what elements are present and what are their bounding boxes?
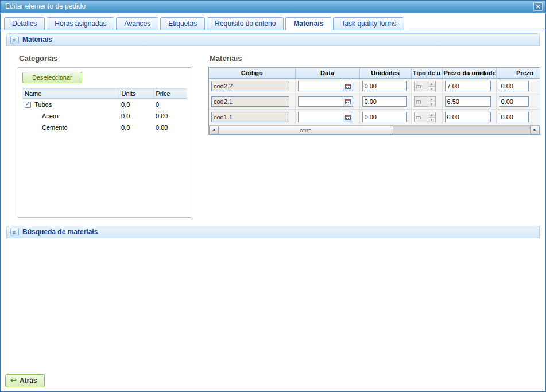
tab-task-quality-forms[interactable]: Task quality forms — [333, 17, 404, 30]
units-value: 0.0 — [119, 99, 153, 111]
col-prezo-da-unidade[interactable]: Prezo da unidade — [442, 68, 496, 79]
tab-bar: Detalles Horas asignadas Avances Etiquet… — [1, 13, 545, 30]
spinner-buttons: ▲ ▼ — [428, 81, 436, 91]
materials-panel-header[interactable]: » Materiais — [6, 33, 540, 46]
scrollbar-thumb[interactable] — [218, 126, 393, 134]
unidades-input[interactable] — [362, 96, 407, 107]
prezo-da-unidade-input[interactable] — [445, 81, 491, 91]
codigo-input[interactable] — [211, 96, 289, 107]
dialog-title: Editar elemento de pedido — [1, 1, 545, 13]
tipo-unidade-spinner: ▲ ▼ — [414, 81, 436, 91]
chevron-down-icon: » — [11, 38, 19, 41]
tipo-unidade-input — [414, 81, 428, 91]
date-input[interactable] — [298, 112, 343, 122]
categories-box: Deseleccionar Name Units Price — [18, 67, 191, 218]
tab-requisito-do-criterio[interactable]: Requisito do criterio — [207, 17, 284, 30]
col-data[interactable]: Data — [295, 68, 359, 79]
calendar-icon[interactable] — [343, 96, 353, 107]
materials-panel-body: Categorías Deseleccionar Name Units Pric… — [6, 46, 540, 223]
spinner-buttons: ▲ ▼ — [428, 112, 436, 122]
scrollbar-grip — [300, 129, 311, 132]
col-name[interactable]: Name — [22, 89, 119, 99]
spinner-up-icon: ▲ — [428, 81, 435, 87]
col-tipo-de-unidade[interactable]: Tipo de u — [411, 68, 442, 79]
prezo-input[interactable] — [499, 112, 529, 122]
search-materials-panel-title: Búsqueda de materiais — [22, 228, 98, 236]
scrollbar-track[interactable] — [218, 126, 530, 134]
date-input[interactable] — [298, 96, 343, 107]
tree-row-tubos[interactable]: ✓Tubos 0.0 0 — [22, 99, 187, 111]
codigo-input[interactable] — [211, 81, 289, 91]
calendar-glyph — [345, 115, 351, 120]
materials-table: Código Data Unidades Tipo de u Prezo da … — [209, 68, 540, 125]
categories-table: Name Units Price ✓Tubos — [22, 88, 187, 133]
search-materials-panel-header[interactable]: » Búsqueda de materiais — [6, 226, 540, 238]
tab-materiais[interactable]: Materiais — [285, 17, 331, 30]
col-unidades[interactable]: Unidades — [359, 68, 411, 79]
checkbox-checked-icon[interactable]: ✓ — [25, 102, 31, 108]
tab-horas-asignadas[interactable]: Horas asignadas — [47, 17, 114, 30]
tree-row-acero[interactable]: Acero 0.0 0.00 — [22, 110, 187, 122]
col-codigo[interactable]: Código — [209, 68, 295, 79]
price-value: 0.00 — [153, 122, 187, 133]
spinner-up-icon: ▲ — [428, 112, 435, 118]
edit-order-dialog: Editar elemento de pedido × Detalles Hor… — [0, 0, 546, 392]
date-input[interactable] — [298, 81, 343, 91]
prezo-da-unidade-input[interactable] — [445, 96, 491, 107]
materials-panel-title: Materiais — [22, 36, 52, 44]
prezo-input[interactable] — [499, 81, 529, 91]
categories-section: Categorías Deseleccionar Name Units Pric… — [18, 51, 196, 218]
materials-grid: Código Data Unidades Tipo de u Prezo da … — [208, 67, 540, 135]
units-value: 0.0 — [119, 122, 153, 133]
tipo-unidade-input — [414, 112, 428, 122]
col-units[interactable]: Units — [119, 89, 153, 99]
material-row: ▲ ▼ — [209, 79, 540, 94]
tree-row-cemento[interactable]: Cemento 0.0 0.00 — [22, 122, 187, 133]
horizontal-scrollbar[interactable]: ◄ ► — [209, 125, 540, 134]
dialog-titlebar: Editar elemento de pedido × — [1, 1, 545, 13]
scroll-left-icon[interactable]: ◄ — [209, 126, 218, 134]
prezo-da-unidade-input[interactable] — [445, 112, 491, 122]
back-arrow-icon: ↩ — [10, 377, 17, 384]
tab-detalles[interactable]: Detalles — [4, 17, 45, 30]
col-price[interactable]: Price — [153, 89, 187, 99]
tab-panel-materiais: » Materiais Categorías Deseleccionar Nam… — [3, 30, 543, 390]
collapse-icon[interactable]: » — [10, 228, 19, 236]
spinner-buttons: ▲ ▼ — [428, 96, 436, 107]
calendar-icon[interactable] — [343, 112, 353, 122]
unidades-input[interactable] — [362, 81, 407, 91]
tipo-unidade-spinner: ▲ ▼ — [414, 112, 436, 122]
tree-node-label: Tubos — [34, 101, 52, 108]
tab-etiquetas[interactable]: Etiquetas — [160, 17, 205, 30]
deselect-button[interactable]: Deseleccionar — [22, 72, 82, 83]
calendar-glyph — [345, 99, 351, 104]
close-icon[interactable]: × — [533, 2, 543, 11]
materials-panel: » Materiais Categorías Deseleccionar Nam… — [6, 33, 540, 223]
spinner-down-icon: ▼ — [428, 87, 435, 91]
spinner-down-icon: ▼ — [428, 102, 435, 107]
tab-avances[interactable]: Avances — [116, 17, 158, 30]
calendar-icon[interactable] — [343, 81, 353, 91]
materials-grid-title: Materiais — [210, 54, 540, 63]
chevron-down-icon: » — [11, 230, 19, 234]
tree-node-label: Acero — [42, 112, 59, 119]
date-field — [298, 96, 353, 107]
tipo-unidade-input — [414, 96, 428, 107]
price-value: 0.00 — [153, 110, 187, 122]
materials-grid-section: Materiais Código — [208, 51, 540, 135]
collapse-icon[interactable]: » — [10, 36, 19, 44]
categories-title: Categorías — [19, 54, 196, 63]
materials-header-row: Código Data Unidades Tipo de u Prezo da … — [209, 68, 540, 79]
price-value: 0 — [153, 99, 187, 111]
back-button-label: Atrás — [20, 377, 37, 385]
material-row: ▲ ▼ — [209, 94, 540, 110]
scroll-right-icon[interactable]: ► — [530, 126, 540, 134]
search-materials-panel: » Búsqueda de materiais — [6, 226, 540, 238]
unidades-input[interactable] — [362, 112, 407, 122]
calendar-glyph — [345, 84, 351, 89]
col-prezo[interactable]: Prezo — [496, 68, 540, 79]
prezo-input[interactable] — [499, 96, 529, 107]
back-button[interactable]: ↩ Atrás — [5, 374, 45, 387]
codigo-input[interactable] — [211, 112, 289, 122]
units-value: 0.0 — [119, 110, 153, 122]
